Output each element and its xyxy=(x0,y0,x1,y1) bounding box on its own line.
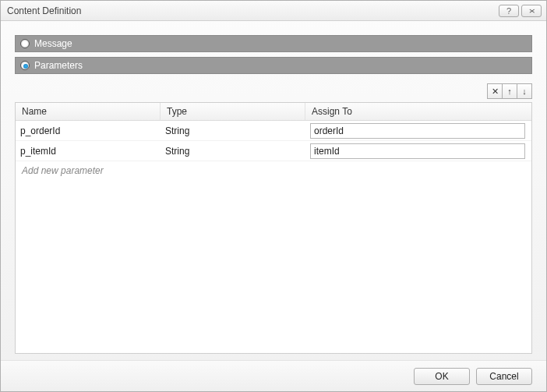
delete-row-button[interactable]: ✕ xyxy=(487,83,503,99)
table-header: Name Type Assign To xyxy=(16,103,531,121)
titlebar: Content Definition ? ✕ xyxy=(1,1,546,21)
cell-assign xyxy=(305,121,531,140)
cell-type[interactable]: String xyxy=(161,121,305,140)
option-message[interactable]: Message xyxy=(15,35,532,52)
ok-button[interactable]: OK xyxy=(414,368,470,385)
table-row[interactable]: p_itemId String xyxy=(16,141,531,161)
move-up-button[interactable]: ↑ xyxy=(502,83,517,99)
dialog-footer: OK Cancel xyxy=(1,360,546,391)
arrow-down-icon: ↓ xyxy=(522,87,527,96)
option-parameters[interactable]: Parameters xyxy=(15,57,532,74)
cell-type[interactable]: String xyxy=(161,141,305,161)
parameters-panel: ✕ ↑ ↓ Name Type Assign To p_orderId Stri… xyxy=(15,83,532,354)
dialog-title: Content Definition xyxy=(7,5,496,16)
cell-name[interactable]: p_orderId xyxy=(16,121,161,140)
content-definition-dialog: Content Definition ? ✕ Message Parameter… xyxy=(0,0,547,392)
radio-icon xyxy=(20,39,30,48)
table-row[interactable]: p_orderId String xyxy=(16,121,531,141)
option-message-label: Message xyxy=(34,38,72,49)
add-parameter-label: Add new parameter xyxy=(22,165,104,176)
radio-icon xyxy=(20,61,30,70)
help-icon: ? xyxy=(506,6,511,16)
dialog-content: Message Parameters ✕ ↑ ↓ Name xyxy=(1,21,546,360)
arrow-up-icon: ↑ xyxy=(507,87,512,96)
help-button[interactable]: ? xyxy=(499,5,519,17)
close-button[interactable]: ✕ xyxy=(521,5,542,17)
add-parameter-row[interactable]: Add new parameter xyxy=(16,161,531,180)
col-header-name[interactable]: Name xyxy=(16,103,161,120)
parameters-table: Name Type Assign To p_orderId String p_i… xyxy=(15,102,532,354)
cell-assign xyxy=(305,141,531,161)
table-toolbar: ✕ ↑ ↓ xyxy=(15,83,532,99)
cell-name[interactable]: p_itemId xyxy=(16,141,161,161)
move-down-button[interactable]: ↓ xyxy=(517,83,532,99)
x-icon: ✕ xyxy=(492,87,499,97)
assign-to-input[interactable] xyxy=(310,143,525,159)
close-icon: ✕ xyxy=(528,7,535,15)
col-header-type[interactable]: Type xyxy=(161,103,305,120)
cancel-button[interactable]: Cancel xyxy=(476,368,532,385)
option-parameters-label: Parameters xyxy=(34,60,83,71)
assign-to-input[interactable] xyxy=(310,123,525,139)
col-header-assign[interactable]: Assign To xyxy=(305,103,531,120)
